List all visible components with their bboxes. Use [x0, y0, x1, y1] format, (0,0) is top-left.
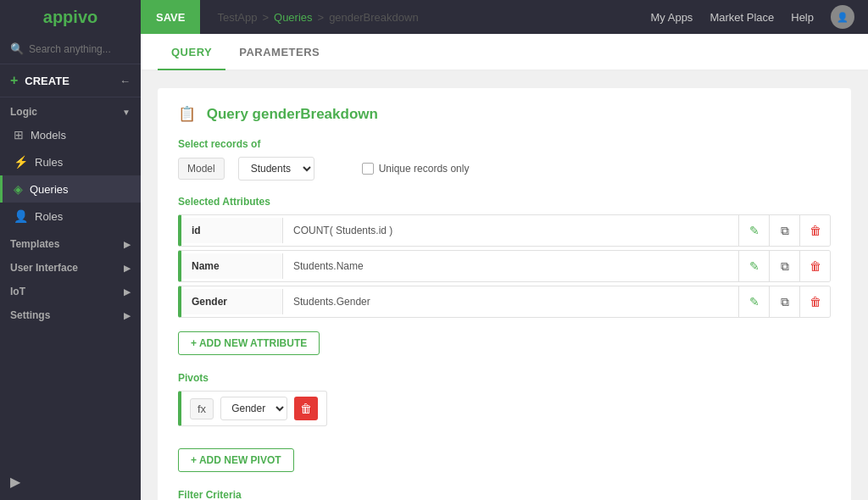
- pivots-section: Pivots fx Gender Name id 🗑: [178, 372, 831, 435]
- top-bar: appivo SAVE TestApp > Queries > genderBr…: [0, 0, 868, 34]
- query-title-name: genderBreakdown: [253, 106, 378, 122]
- breadcrumb-app: TestApp: [217, 11, 257, 24]
- content-area: QUERY PARAMETERS 📋 Query genderBreakdown…: [141, 34, 868, 500]
- sidebar-section-settings-label: Settings: [10, 309, 50, 321]
- models-icon: ⊞: [14, 128, 24, 142]
- table-row: Gender Students.Gender ✎ ⧉ 🗑: [178, 286, 831, 318]
- tabs-bar: QUERY PARAMETERS: [141, 34, 868, 71]
- create-label: CREATE: [25, 75, 69, 87]
- sidebar-section-logic-label: Logic: [10, 106, 37, 118]
- query-title: 📋 Query genderBreakdown: [178, 105, 831, 123]
- sidebar-section-iot-label: IoT: [10, 286, 25, 297]
- search-icon: 🔍: [10, 42, 24, 55]
- attr-value-name: Students.Name: [283, 253, 738, 279]
- breadcrumb-queries-link[interactable]: Queries: [274, 11, 313, 24]
- search-bar: 🔍: [0, 34, 141, 64]
- add-new-attribute-button[interactable]: + ADD NEW ATTRIBUTE: [178, 331, 320, 355]
- top-right-nav: My Apps Market Place Help 👤: [651, 5, 868, 29]
- filter-section: Filter Criteria + ADD CRITERIA: [178, 489, 831, 500]
- delete-pivot-button[interactable]: 🗑: [294, 397, 318, 420]
- attr-value-gender: Students.Gender: [283, 289, 738, 314]
- sidebar-section-templates-label: Templates: [10, 238, 59, 250]
- sidebar-section-iot[interactable]: IoT ▶: [0, 277, 141, 301]
- sidebar: 🔍 + CREATE ← Logic ▼ ⊞ Models ⚡ Rules ◈ …: [0, 34, 141, 500]
- main-layout: 🔍 + CREATE ← Logic ▼ ⊞ Models ⚡ Rules ◈ …: [0, 34, 868, 500]
- sidebar-item-rules[interactable]: ⚡ Rules: [0, 148, 141, 175]
- breadcrumb-sep2: >: [318, 11, 325, 24]
- sidebar-item-queries[interactable]: ◈ Queries: [0, 175, 141, 203]
- avatar: 👤: [831, 5, 854, 29]
- model-row: Model Students Unique records only: [178, 157, 831, 181]
- sidebar-section-ui-label: User Interface: [10, 262, 78, 274]
- sidebar-section-ui[interactable]: User Interface ▶: [0, 253, 141, 277]
- edit-attr-id-button[interactable]: ✎: [738, 215, 769, 246]
- sidebar-item-roles[interactable]: 👤 Roles: [0, 203, 141, 230]
- settings-chevron-icon: ▶: [124, 311, 131, 320]
- sidebar-section-logic[interactable]: Logic ▼: [0, 97, 141, 121]
- nav-marketplace[interactable]: Market Place: [709, 11, 774, 24]
- attr-name-gender: Gender: [181, 289, 283, 314]
- pivot-select[interactable]: Gender Name id: [220, 397, 287, 420]
- create-button[interactable]: + CREATE ←: [0, 64, 141, 97]
- search-input[interactable]: [29, 43, 131, 55]
- pivots-label: Pivots: [178, 372, 831, 384]
- attr-value-id: COUNT( Students.id ): [283, 218, 738, 243]
- play-button[interactable]: ▶: [10, 475, 20, 489]
- add-new-pivot-button[interactable]: + ADD NEW PIVOT: [178, 448, 294, 472]
- sidebar-section-templates[interactable]: Templates ▶: [0, 230, 141, 253]
- tab-query[interactable]: QUERY: [158, 36, 225, 70]
- model-select[interactable]: Students: [238, 157, 314, 181]
- pivot-row: fx Gender Name id 🗑: [178, 391, 327, 426]
- sidebar-item-queries-label: Queries: [30, 183, 69, 196]
- filter-label: Filter Criteria: [178, 489, 831, 500]
- tab-parameters[interactable]: PARAMETERS: [225, 36, 333, 70]
- rules-icon: ⚡: [14, 155, 28, 169]
- unique-checkbox[interactable]: [362, 163, 374, 175]
- attr-actions-gender: ✎ ⧉ 🗑: [738, 286, 830, 317]
- copy-attr-id-button[interactable]: ⧉: [769, 215, 799, 246]
- logo-part1: app: [43, 8, 74, 26]
- queries-icon: ◈: [14, 182, 23, 196]
- breadcrumb-current: genderBreakdown: [329, 11, 419, 24]
- query-card: 📋 Query genderBreakdown Select records o…: [158, 88, 851, 500]
- breadcrumb: TestApp > Queries > genderBreakdown: [200, 11, 650, 24]
- table-row: Name Students.Name ✎ ⧉ 🗑: [178, 250, 831, 282]
- sidebar-item-models[interactable]: ⊞ Models: [0, 121, 141, 148]
- chevron-down-icon: ▼: [122, 108, 131, 117]
- back-icon: ←: [120, 75, 131, 87]
- templates-chevron-icon: ▶: [124, 240, 131, 249]
- select-records-label: Select records of: [178, 138, 831, 150]
- query-content: 📋 Query genderBreakdown Select records o…: [141, 71, 868, 500]
- nav-help[interactable]: Help: [791, 11, 814, 24]
- query-title-icon: 📋: [178, 106, 196, 122]
- edit-attr-gender-button[interactable]: ✎: [738, 286, 769, 317]
- sidebar-item-roles-label: Roles: [35, 210, 63, 223]
- roles-icon: 👤: [14, 209, 28, 223]
- delete-attr-id-button[interactable]: 🗑: [799, 215, 830, 246]
- copy-attr-name-button[interactable]: ⧉: [769, 251, 799, 281]
- sidebar-section-settings[interactable]: Settings ▶: [0, 301, 141, 325]
- delete-attr-name-button[interactable]: 🗑: [799, 251, 830, 281]
- logo-part2: ivo: [73, 8, 97, 26]
- fx-icon: fx: [190, 398, 214, 419]
- logo: appivo: [43, 8, 97, 27]
- breadcrumb-sep1: >: [262, 11, 269, 24]
- nav-my-apps[interactable]: My Apps: [651, 11, 693, 24]
- save-button[interactable]: SAVE: [141, 0, 200, 34]
- unique-check: Unique records only: [362, 163, 470, 175]
- unique-records-label: Unique records only: [379, 163, 470, 175]
- selected-attrs-label: Selected Attributes: [178, 196, 831, 208]
- sidebar-item-models-label: Models: [31, 129, 66, 142]
- plus-icon: +: [10, 73, 18, 88]
- model-label: Model: [178, 158, 225, 180]
- table-row: id COUNT( Students.id ) ✎ ⧉ 🗑: [178, 214, 831, 247]
- edit-attr-name-button[interactable]: ✎: [738, 251, 769, 281]
- delete-attr-gender-button[interactable]: 🗑: [799, 286, 830, 317]
- query-title-prefix: Query: [207, 106, 253, 122]
- attr-name-name: Name: [181, 253, 283, 279]
- attr-name-id: id: [181, 218, 283, 243]
- copy-attr-gender-button[interactable]: ⧉: [769, 286, 799, 317]
- attr-actions-id: ✎ ⧉ 🗑: [738, 215, 830, 246]
- ui-chevron-icon: ▶: [124, 264, 131, 273]
- iot-chevron-icon: ▶: [124, 287, 131, 297]
